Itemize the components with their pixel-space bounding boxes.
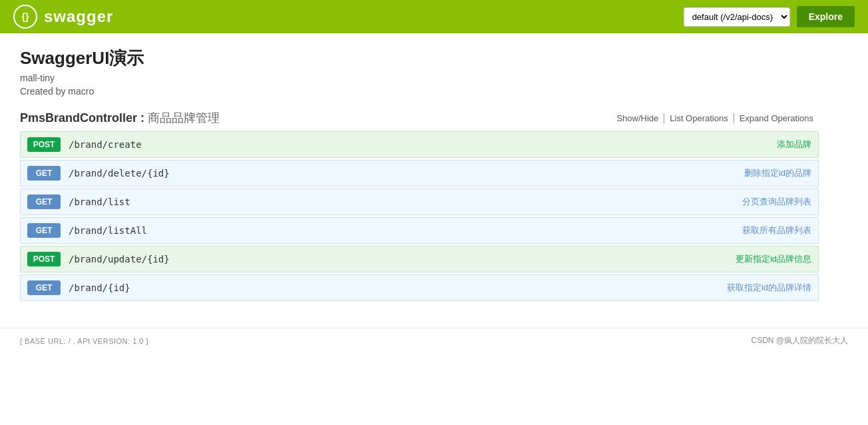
api-desc-0: 添加品牌 <box>777 139 811 151</box>
controller-separator: : <box>140 111 148 125</box>
api-row[interactable]: GET/brand/listAll获取所有品牌列表 <box>20 217 819 244</box>
api-desc-4: 更新指定id品牌信息 <box>736 253 811 265</box>
api-path-2: /brand/list <box>69 197 742 207</box>
method-badge-4: POST <box>27 252 61 266</box>
method-badge-2: GET <box>27 195 61 209</box>
list-operations-link[interactable]: List Operations <box>664 113 733 123</box>
controller-actions: Show/Hide List Operations Expand Operati… <box>611 113 819 123</box>
api-path-1: /brand/delete/{id} <box>69 168 744 179</box>
main-content: SwaggerUI演示 mall-tiny Created by macro P… <box>0 33 839 314</box>
api-desc-5: 获取指定id的品牌详情 <box>727 282 811 294</box>
api-list: POST/brand/create添加品牌GET/brand/delete/{i… <box>20 131 819 301</box>
method-badge-3: GET <box>27 223 61 238</box>
api-row[interactable]: GET/brand/delete/{id}删除指定id的品牌 <box>20 160 819 187</box>
api-row[interactable]: GET/brand/{id}获取指定id的品牌详情 <box>20 274 819 301</box>
controller-header: PmsBrandController : 商品品牌管理 Show/Hide Li… <box>20 110 819 126</box>
api-row[interactable]: POST/brand/update/{id}更新指定id品牌信息 <box>20 246 819 272</box>
api-desc-1: 删除指定id的品牌 <box>744 167 811 179</box>
expand-operations-link[interactable]: Expand Operations <box>734 113 819 123</box>
method-badge-1: GET <box>27 166 61 181</box>
api-path-5: /brand/{id} <box>69 282 727 293</box>
api-desc-2: 分页查询品牌列表 <box>742 196 811 208</box>
show-hide-link[interactable]: Show/Hide <box>611 113 664 123</box>
controller-name-cn: 商品品牌管理 <box>148 111 220 125</box>
api-docs-selector[interactable]: default (/v2/api-docs) <box>684 7 790 27</box>
explore-button[interactable]: Explore <box>797 6 855 27</box>
app-name: swagger <box>44 7 113 26</box>
app-description: Created by macro <box>20 86 819 97</box>
api-row[interactable]: POST/brand/create添加品牌 <box>20 131 819 158</box>
base-url: [ BASE URL: / , API VERSION: 1.0 ] <box>20 337 148 345</box>
api-desc-3: 获取所有品牌列表 <box>742 224 811 236</box>
api-path-4: /brand/update/{id} <box>69 254 736 264</box>
api-row[interactable]: GET/brand/list分页查询品牌列表 <box>20 189 819 215</box>
method-badge-0: POST <box>27 137 61 152</box>
header-right: default (/v2/api-docs) Explore <box>684 6 855 27</box>
footer: [ BASE URL: / , API VERSION: 1.0 ] CSDN … <box>0 328 868 353</box>
footer-credit: CSDN @疯人院的院长大人 <box>751 335 848 346</box>
app-subtitle: mall-tiny <box>20 73 819 83</box>
app-title: SwaggerUI演示 <box>20 47 819 70</box>
swagger-logo-icon: {} <box>13 5 37 29</box>
controller-title: PmsBrandController : 商品品牌管理 <box>20 110 220 126</box>
api-path-3: /brand/listAll <box>69 225 742 236</box>
controller-name: PmsBrandController <box>20 111 137 125</box>
header: {} swagger default (/v2/api-docs) Explor… <box>0 0 868 33</box>
header-left: {} swagger <box>13 5 113 29</box>
method-badge-5: GET <box>27 280 61 295</box>
api-path-0: /brand/create <box>69 139 777 150</box>
